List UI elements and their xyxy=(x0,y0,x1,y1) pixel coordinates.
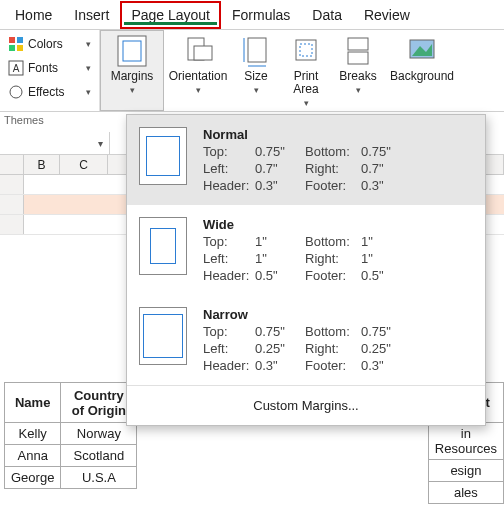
lbl: Right: xyxy=(305,161,361,176)
ribbon: Colors▾ A Fonts▾ Effects▾ Margins ▾ Orie… xyxy=(0,30,504,112)
lbl: Top: xyxy=(203,234,255,249)
option-title: Normal xyxy=(203,127,473,142)
background-label: Background xyxy=(390,70,454,83)
tab-formulas[interactable]: Formulas xyxy=(221,1,301,29)
val: 0.3" xyxy=(361,358,411,373)
orientation-button[interactable]: Orientation ▾ xyxy=(164,30,232,111)
table-row[interactable]: GeorgeU.S.A xyxy=(5,467,137,489)
val: 0.7" xyxy=(255,161,305,176)
background-button[interactable]: Background xyxy=(384,30,460,111)
effects-button[interactable]: Effects▾ xyxy=(6,82,93,102)
colors-button[interactable]: Colors▾ xyxy=(6,34,93,54)
val: 0.5" xyxy=(361,268,411,283)
orientation-icon xyxy=(182,34,214,68)
svg-rect-10 xyxy=(194,46,212,60)
themes-group: Colors▾ A Fonts▾ Effects▾ xyxy=(0,30,100,111)
cell-name[interactable]: George xyxy=(5,467,61,489)
svg-rect-14 xyxy=(296,40,316,60)
val: 0.75" xyxy=(255,324,305,339)
chevron-down-icon: ▾ xyxy=(86,87,91,97)
table-row[interactable]: KellyNorway xyxy=(5,423,137,445)
colors-label: Colors xyxy=(28,37,63,51)
custom-margins-button[interactable]: Custom Margins... xyxy=(127,385,485,425)
tab-data[interactable]: Data xyxy=(301,1,353,29)
val: 0.5" xyxy=(255,268,305,283)
margins-button[interactable]: Margins ▾ xyxy=(100,30,164,111)
margins-option-narrow[interactable]: Narrow Top:0.75" Bottom:0.75" Left:0.25"… xyxy=(127,295,485,385)
margins-thumb-icon xyxy=(139,307,187,365)
effects-label: Effects xyxy=(28,85,64,99)
tab-home[interactable]: Home xyxy=(4,1,63,29)
lbl: Bottom: xyxy=(305,144,361,159)
size-label: Size xyxy=(244,70,267,83)
ribbon-tabs: Home Insert Page Layout Formulas Data Re… xyxy=(0,0,504,30)
val: 1" xyxy=(361,251,411,266)
chevron-down-icon: ▾ xyxy=(130,85,135,95)
lbl: Left: xyxy=(203,161,255,176)
lbl: Header: xyxy=(203,178,255,193)
svg-point-6 xyxy=(10,86,22,98)
svg-rect-11 xyxy=(248,38,266,62)
tab-insert[interactable]: Insert xyxy=(63,1,120,29)
table-row[interactable]: ales xyxy=(428,482,503,504)
svg-rect-2 xyxy=(9,45,15,51)
fonts-label: Fonts xyxy=(28,61,58,75)
chevron-down-icon: ▾ xyxy=(86,63,91,73)
cell-dept[interactable]: in Resources xyxy=(428,423,503,460)
orientation-label: Orientation xyxy=(169,70,228,83)
margins-option-normal[interactable]: Normal Top:0.75" Bottom:0.75" Left:0.7" … xyxy=(127,115,485,205)
chevron-down-icon: ▾ xyxy=(356,85,361,95)
lbl: Footer: xyxy=(305,178,361,193)
cell-country[interactable]: Scotland xyxy=(61,445,137,467)
cell-dept[interactable]: esign xyxy=(428,460,503,482)
val: 1" xyxy=(255,251,305,266)
size-button[interactable]: Size ▾ xyxy=(232,30,280,111)
table-row[interactable]: in Resources xyxy=(428,423,503,460)
cell-name[interactable]: Kelly xyxy=(5,423,61,445)
cell-country[interactable]: U.S.A xyxy=(61,467,137,489)
col-c[interactable]: C xyxy=(60,155,108,174)
svg-rect-3 xyxy=(17,45,23,51)
breaks-button[interactable]: Breaks ▾ xyxy=(332,30,384,111)
margins-thumb-icon xyxy=(139,127,187,185)
page-setup-group: Margins ▾ Orientation ▾ Size ▾ Print Are… xyxy=(100,30,460,111)
svg-rect-1 xyxy=(17,37,23,43)
col-b[interactable]: B xyxy=(24,155,60,174)
lbl: Right: xyxy=(305,341,361,356)
fonts-button[interactable]: A Fonts▾ xyxy=(6,58,93,78)
table-row[interactable]: AnnaScotland xyxy=(5,445,137,467)
tab-review[interactable]: Review xyxy=(353,1,421,29)
breaks-label: Breaks xyxy=(339,70,376,83)
val: 0.75" xyxy=(361,144,411,159)
lbl: Header: xyxy=(203,268,255,283)
lbl: Left: xyxy=(203,341,255,356)
lbl: Bottom: xyxy=(305,324,361,339)
margins-label: Margins xyxy=(111,70,154,83)
breaks-icon xyxy=(342,34,374,68)
name-box[interactable]: ▾ xyxy=(0,132,110,154)
print-area-label: Print Area xyxy=(293,70,318,96)
lbl: Footer: xyxy=(305,268,361,283)
val: 0.75" xyxy=(361,324,411,339)
lbl: Left: xyxy=(203,251,255,266)
lbl: Top: xyxy=(203,324,255,339)
background-icon xyxy=(406,34,438,68)
cell-dept[interactable]: ales xyxy=(428,482,503,504)
select-all-corner[interactable] xyxy=(0,155,24,174)
cell-name[interactable]: Anna xyxy=(5,445,61,467)
val: 1" xyxy=(255,234,305,249)
effects-icon xyxy=(8,84,24,100)
margins-option-wide[interactable]: Wide Top:1" Bottom:1" Left:1" Right:1" H… xyxy=(127,205,485,295)
margins-thumb-icon xyxy=(139,217,187,275)
tab-page-layout[interactable]: Page Layout xyxy=(120,1,221,29)
print-area-button[interactable]: Print Area ▾ xyxy=(280,30,332,111)
lbl: Footer: xyxy=(305,358,361,373)
option-title: Wide xyxy=(203,217,473,232)
chevron-down-icon: ▾ xyxy=(196,85,201,95)
table-row[interactable]: esign xyxy=(428,460,503,482)
val: 1" xyxy=(361,234,411,249)
val: 0.3" xyxy=(361,178,411,193)
hdr-name[interactable]: Name xyxy=(5,383,61,423)
print-area-icon xyxy=(290,34,322,68)
lbl: Header: xyxy=(203,358,255,373)
